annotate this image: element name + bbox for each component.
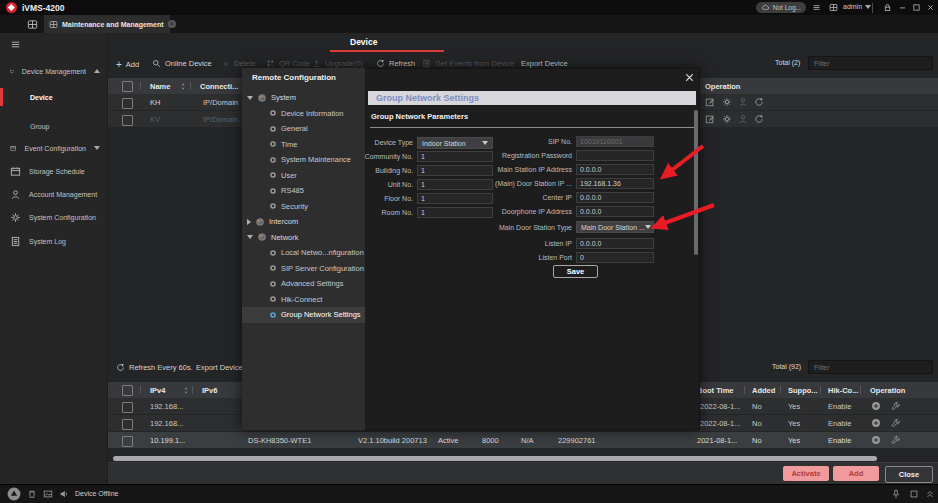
sidebar-item-group[interactable]: Group — [0, 117, 108, 135]
tree-item-sip-server-configuration[interactable]: SIP Server Configuration — [242, 261, 365, 277]
speaker-icon[interactable] — [59, 489, 69, 499]
column-header-added[interactable]: Added — [752, 386, 775, 395]
filter-input[interactable] — [808, 56, 933, 70]
online-table-row-selected[interactable]: 10.199.1... DS-KH8350-WTE1 V2.1.10build … — [108, 432, 938, 448]
add-button[interactable]: + Add — [116, 59, 139, 70]
column-header-hik-connect[interactable]: Hik-Co... — [828, 386, 858, 395]
lock-icon[interactable] — [883, 3, 892, 12]
tree-item-group-network-settings[interactable]: Group Network Settings — [242, 307, 365, 323]
minimize-icon[interactable] — [898, 3, 907, 12]
trash-icon[interactable] — [27, 489, 37, 499]
tree-item-advanced-settings[interactable]: Advanced Settings — [242, 276, 365, 292]
tab-maintenance-and-management[interactable]: Maintenance and Management ✕ — [44, 15, 170, 33]
column-header-ipv4[interactable]: IPv4 — [150, 386, 165, 395]
device-type-select[interactable]: Indoor Station — [417, 137, 493, 149]
column-header-support[interactable]: Suppo... — [788, 386, 818, 395]
export-device-button[interactable]: Export Device — [196, 363, 243, 372]
tree-item-general[interactable]: General — [242, 121, 365, 137]
pin-icon[interactable] — [891, 489, 901, 499]
column-header-connection[interactable]: Connecti... — [200, 82, 238, 91]
sidebar-item-device-management[interactable]: Device Management — [0, 62, 108, 80]
tree-item-intercom[interactable]: Intercom — [242, 214, 365, 230]
person-icon[interactable] — [738, 97, 748, 107]
sidebar-item-event-configuration[interactable]: Event Configuration — [0, 139, 108, 157]
tree-item-system-maintenance[interactable]: System Maintenance — [242, 152, 365, 168]
room-no-input[interactable] — [417, 207, 493, 218]
wrench-icon[interactable] — [891, 401, 901, 411]
remote-config-gear-icon[interactable] — [722, 114, 732, 124]
row-checkbox[interactable] — [122, 115, 133, 126]
center-ip-input[interactable] — [576, 192, 654, 203]
activate-button[interactable]: Activate — [783, 466, 829, 481]
tree-item-rs485[interactable]: RS485 — [242, 183, 365, 199]
restore-icon[interactable] — [909, 489, 919, 499]
refresh-icon[interactable] — [754, 97, 764, 107]
edit-icon[interactable] — [705, 114, 715, 124]
tree-item-network[interactable]: Network — [242, 230, 365, 246]
export-device-button[interactable]: Export Device — [521, 59, 568, 68]
edit-icon[interactable] — [705, 97, 715, 107]
control-panel-icon[interactable] — [27, 19, 38, 30]
sidebar-item-system-log[interactable]: System Log — [0, 232, 108, 250]
row-checkbox[interactable] — [122, 419, 133, 430]
refresh-every-60s-button[interactable]: Refresh Every 60s. — [116, 363, 193, 372]
refresh-icon[interactable] — [754, 114, 764, 124]
wrench-icon[interactable] — [891, 435, 901, 445]
refresh-button[interactable]: Refresh — [376, 59, 415, 68]
add-circle-icon[interactable] — [871, 418, 881, 428]
sidebar-item-system-configuration[interactable]: System Configuration — [0, 208, 108, 226]
tab-close-icon[interactable]: ✕ — [168, 20, 176, 28]
add-button[interactable]: Add — [833, 466, 879, 481]
close-button[interactable]: Close — [885, 466, 933, 483]
filter-input[interactable] — [808, 360, 933, 374]
tree-item-hik-connect[interactable]: Hik-Connect — [242, 292, 365, 308]
column-header-boot-time[interactable]: Boot Time — [697, 386, 734, 395]
sidebar-item-device[interactable]: Device — [0, 88, 108, 106]
row-checkbox[interactable] — [122, 402, 133, 413]
sort-icon[interactable] — [180, 82, 186, 91]
remote-config-gear-icon[interactable] — [722, 97, 732, 107]
listen-ip-input[interactable] — [576, 238, 654, 249]
floor-no-input[interactable] — [417, 193, 493, 204]
row-checkbox[interactable] — [122, 436, 133, 447]
registration-password-input[interactable] — [576, 150, 654, 161]
tab-device[interactable]: Device — [350, 37, 377, 47]
select-all-checkbox[interactable] — [122, 385, 133, 396]
alarm-icon[interactable] — [7, 487, 21, 501]
tree-item-time[interactable]: Time — [242, 137, 365, 153]
select-all-checkbox[interactable] — [122, 81, 133, 92]
sidebar-item-account-management[interactable]: Account Management — [0, 185, 108, 203]
window-panes-icon[interactable] — [829, 3, 838, 12]
column-header-name[interactable]: Name — [150, 82, 170, 91]
wrench-icon[interactable] — [891, 418, 901, 428]
main-station-ip-input[interactable] — [576, 164, 654, 175]
person-icon[interactable] — [738, 114, 748, 124]
sidebar-item-storage-schedule[interactable]: Storage Schedule — [0, 162, 108, 180]
column-header-ipv6[interactable]: IPv6 — [202, 386, 217, 395]
add-circle-icon[interactable] — [871, 401, 881, 411]
cloud-login-button[interactable]: Not Log... — [756, 2, 806, 13]
online-device-button[interactable]: Online Device — [152, 59, 212, 68]
sort-icon[interactable] — [183, 386, 189, 395]
close-icon[interactable] — [926, 3, 935, 12]
row-checkbox[interactable] — [122, 98, 133, 109]
building-no-input[interactable] — [417, 165, 493, 176]
tree-item-security[interactable]: Security — [242, 199, 365, 215]
collapse-icon[interactable] — [925, 489, 935, 499]
horizontal-scrollbar-thumb[interactable] — [113, 456, 877, 461]
save-button[interactable]: Save — [553, 265, 598, 278]
community-no-input[interactable] — [417, 151, 493, 162]
main-door-station-ip-input[interactable] — [576, 178, 654, 189]
maximize-icon[interactable] — [912, 3, 921, 12]
tree-item-device-information[interactable]: Device Information — [242, 106, 365, 122]
image-icon[interactable] — [43, 489, 53, 499]
dialog-scrollbar-thumb[interactable] — [694, 110, 698, 255]
tree-item-local-network-configuration[interactable]: Local Netwo...nfiguration — [242, 245, 365, 261]
doorphone-ip-input[interactable] — [576, 206, 654, 217]
tree-item-system[interactable]: System — [242, 90, 365, 106]
main-door-station-type-select[interactable]: Main Door Station ... — [576, 221, 654, 233]
add-circle-icon[interactable] — [871, 435, 881, 445]
user-menu[interactable]: admin — [843, 3, 871, 10]
unit-no-input[interactable] — [417, 179, 493, 190]
hamburger-menu-icon[interactable] — [10, 39, 21, 50]
